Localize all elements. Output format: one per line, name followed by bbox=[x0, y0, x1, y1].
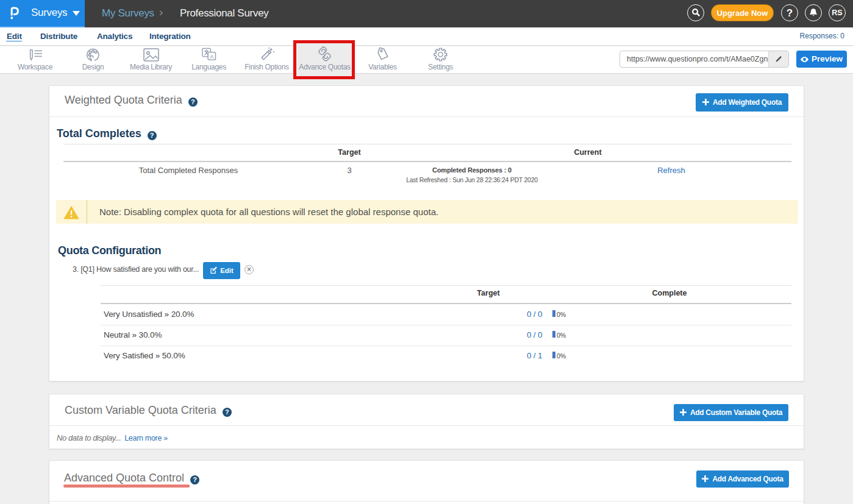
svg-text:A: A bbox=[210, 54, 214, 60]
